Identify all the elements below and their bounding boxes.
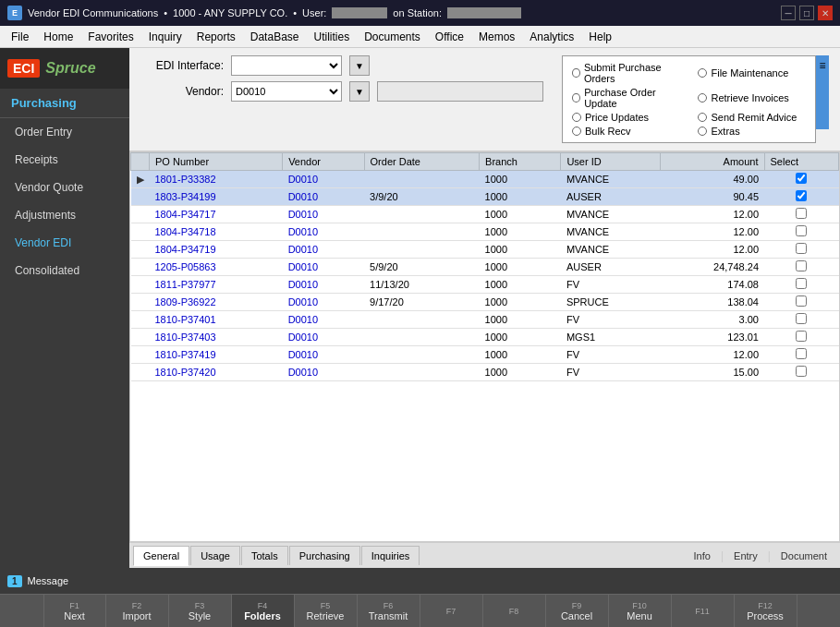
row-vendor-6[interactable]: D0010 [283,276,364,294]
radio-price-updates[interactable]: Price Updates [572,112,679,123]
row-select-6[interactable] [764,276,839,294]
row-vendor-8[interactable]: D0010 [283,311,364,329]
menu-inquiry[interactable]: Inquiry [141,29,189,45]
close-button[interactable]: ✕ [818,6,833,20]
fkey-f6[interactable]: F6 Transmit [358,595,420,628]
menu-office[interactable]: Office [428,29,471,45]
row-vendor-3[interactable]: D0010 [283,223,364,241]
row-checkbox-11[interactable] [796,366,807,377]
row-po-number-1[interactable]: 1803-P34199 [150,188,283,206]
row-checkbox-2[interactable] [796,208,807,219]
row-select-11[interactable] [764,364,839,381]
row-po-number-11[interactable]: 1810-P37420 [150,364,283,381]
radio-po-update[interactable]: Purchase Order Update [572,87,679,109]
row-select-9[interactable] [764,329,839,346]
radio-extras[interactable]: Extras [698,126,806,137]
tab-purchasing[interactable]: Purchasing [289,546,360,565]
row-po-number-0[interactable]: 1801-P33382 [150,171,283,188]
row-select-5[interactable] [764,259,839,276]
col-select[interactable]: Select [764,153,839,171]
row-vendor-7[interactable]: D0010 [283,294,364,311]
radio-bulk-recv[interactable]: Bulk Recv [572,126,679,137]
radio-file-maintenance[interactable]: File Maintenance [698,62,806,84]
fkey-f3[interactable]: F3 Style [169,595,232,628]
row-vendor-2[interactable]: D0010 [283,206,364,223]
panel-toggle[interactable]: ≡ [816,55,829,129]
row-vendor-9[interactable]: D0010 [283,329,364,346]
col-order-date[interactable]: Order Date [364,153,480,171]
fkey-f2[interactable]: F2 Import [106,595,169,628]
row-vendor-10[interactable]: D0010 [283,346,364,364]
menu-help[interactable]: Help [581,29,619,45]
row-vendor-1[interactable]: D0010 [283,188,364,206]
row-checkbox-6[interactable] [796,278,807,289]
row-select-0[interactable] [764,171,839,188]
radio-bulk-recv-btn[interactable] [572,127,581,136]
row-po-number-8[interactable]: 1810-P37401 [150,311,283,329]
row-checkbox-5[interactable] [796,260,807,271]
menu-memos[interactable]: Memos [471,29,522,45]
edi-vendor-select[interactable]: D0010 [231,81,342,102]
fkey-f8[interactable]: F8 [483,595,546,628]
edi-interface-dropdown-btn[interactable]: ▼ [349,55,370,76]
row-select-10[interactable] [764,346,839,364]
minimize-button[interactable]: ─ [781,6,796,20]
row-select-1[interactable] [764,188,839,206]
menu-analytics[interactable]: Analytics [522,29,581,45]
tab-totals[interactable]: Totals [241,546,288,565]
row-vendor-5[interactable]: D0010 [283,259,364,276]
menu-file[interactable]: File [4,29,36,45]
row-checkbox-3[interactable] [796,225,807,236]
tab-inquiries[interactable]: Inquiries [361,546,420,565]
radio-extras-btn[interactable] [698,127,707,136]
col-po-number[interactable]: PO Number [150,153,283,171]
edi-vendor-dropdown-btn[interactable]: ▼ [349,81,370,102]
menu-utilities[interactable]: Utilities [306,29,357,45]
row-checkbox-7[interactable] [796,295,807,307]
radio-file-maintenance-btn[interactable] [698,68,707,78]
col-user-id[interactable]: User ID [561,153,661,171]
menu-database[interactable]: DataBase [243,29,307,45]
radio-retrieve-invoices-btn[interactable] [698,93,707,102]
row-select-4[interactable] [764,241,839,259]
po-table-container[interactable]: PO Number Vendor Order Date Branch User … [129,151,840,542]
menu-reports[interactable]: Reports [189,29,243,45]
row-checkbox-9[interactable] [796,331,807,342]
edi-interface-select[interactable] [231,55,342,76]
sidebar-item-consolidated[interactable]: Consolidated [0,257,129,284]
fkey-f7[interactable]: F7 [420,595,483,628]
col-branch[interactable]: Branch [480,153,561,171]
col-amount[interactable]: Amount [660,153,764,171]
row-select-3[interactable] [764,223,839,241]
radio-submit-po-btn[interactable] [572,68,580,78]
row-vendor-4[interactable]: D0010 [283,241,364,259]
maximize-button[interactable]: □ [799,6,814,20]
sidebar-item-vendor-quote[interactable]: Vendor Quote [0,174,129,201]
row-vendor-0[interactable]: D0010 [283,171,364,188]
row-checkbox-1[interactable] [796,190,807,201]
sidebar-item-receipts[interactable]: Receipts [0,146,129,174]
row-checkbox-8[interactable] [796,313,807,324]
row-checkbox-4[interactable] [796,243,807,254]
radio-send-remit-btn[interactable] [698,113,707,122]
col-vendor[interactable]: Vendor [283,153,364,171]
row-po-number-2[interactable]: 1804-P34717 [150,206,283,223]
fkey-f9[interactable]: F9 Cancel [546,595,609,628]
sidebar-item-vendor-edi[interactable]: Vendor EDI [0,229,129,257]
radio-submit-po[interactable]: Submit Purchase Orders [572,62,679,84]
sidebar-item-order-entry[interactable]: Order Entry [0,118,129,146]
menu-home[interactable]: Home [36,29,80,45]
radio-send-remit[interactable]: Send Remit Advice [698,112,806,123]
fkey-f11[interactable]: F11 [672,595,735,628]
row-select-2[interactable] [764,206,839,223]
fkey-f10[interactable]: F10 Menu [609,595,672,628]
row-po-number-10[interactable]: 1810-P37419 [150,346,283,364]
row-po-number-6[interactable]: 1811-P37977 [150,276,283,294]
radio-retrieve-invoices[interactable]: Retrieve Invoices [698,87,806,109]
row-po-number-7[interactable]: 1809-P36922 [150,294,283,311]
fkey-f12[interactable]: F12 Process [735,595,797,628]
radio-price-updates-btn[interactable] [572,113,581,122]
edi-vendor-name-input[interactable] [377,81,543,102]
row-po-number-4[interactable]: 1804-P34719 [150,241,283,259]
menu-favorites[interactable]: Favorites [80,29,140,45]
